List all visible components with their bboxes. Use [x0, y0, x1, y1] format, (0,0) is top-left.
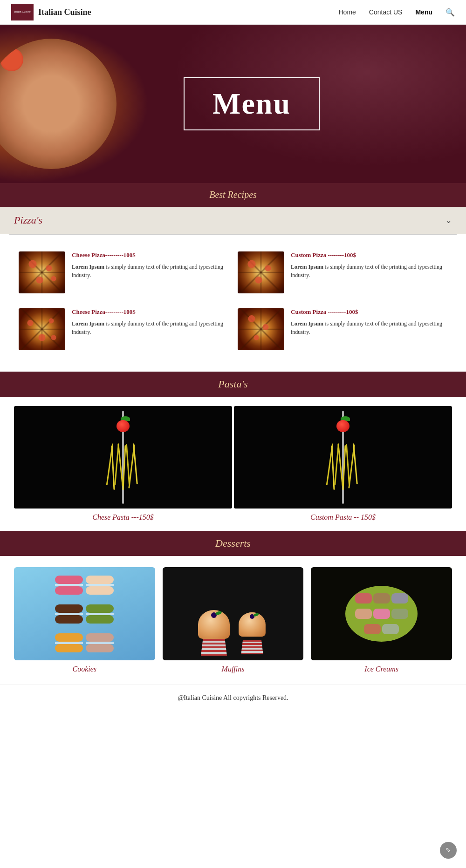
dessert-name-muffins: Muffins [222, 665, 245, 673]
nav-home[interactable]: Home [338, 8, 356, 16]
cookies-image [14, 567, 155, 660]
pizzas-title: Pizza's [14, 214, 42, 226]
pizza-image-2 [238, 251, 284, 293]
pasta-image-1 [14, 406, 232, 509]
list-item: Muffins [163, 567, 304, 673]
list-item: Cookies [14, 567, 155, 673]
leaf-icon [253, 612, 259, 617]
pizza-info-2: Custom Pizza --------100$ Lorem Ipsum is… [291, 251, 447, 293]
pastas-title: Pasta's [218, 378, 247, 390]
list-item: Custom Pizza --------100$ Lorem Ipsum is… [233, 244, 452, 301]
hero-section: Menu [0, 25, 466, 183]
page-title: Menu [212, 87, 291, 121]
tomato-icon [336, 420, 350, 432]
pizza-name-3: Cheese Pizza---------100$ [72, 308, 228, 316]
tomato-icon [116, 420, 130, 432]
best-recipes-label: Best Recipes [0, 183, 466, 207]
pizza-desc-4: Lorem Ipsum is simply dummy text of the … [291, 319, 447, 336]
pasta-visual-2 [234, 406, 452, 509]
pizza-desc-3: Lorem Ipsum is simply dummy text of the … [72, 319, 228, 336]
brand: Italian Cuisine Italian Cuisine [11, 4, 91, 20]
list-item: Chese Pasta ---150$ [14, 406, 232, 522]
icecreams-image [311, 567, 452, 660]
bowl-icon [345, 586, 418, 642]
list-item: Cheese Pizza---------100$ Lorem Ipsum is… [14, 301, 233, 358]
footer-text: @Italian Cuisine All copyrights Reserved… [178, 694, 288, 701]
nav-menu[interactable]: Menu [415, 8, 432, 16]
pastas-grid: Chese Pasta ---150$ Custom Pa [0, 397, 466, 531]
pizzas-grid: Cheese Pizza---------100$ Lorem Ipsum is… [0, 235, 466, 372]
list-item: Custom Pasta -- 150$ [234, 406, 452, 522]
nav-contact[interactable]: Contact US [369, 8, 403, 16]
pizzas-section-header[interactable]: Pizza's ⌄ [0, 207, 466, 234]
chevron-down-icon[interactable]: ⌄ [445, 215, 452, 225]
footer: @Italian Cuisine All copyrights Reserved… [0, 685, 466, 711]
pasta-name-1: Chese Pasta ---150$ [92, 513, 154, 522]
icecreams-visual [311, 567, 452, 660]
pizza-image-1 [19, 251, 65, 293]
pizza-desc-2: Lorem Ipsum is simply dummy text of the … [291, 263, 447, 279]
pizza-desc-1: Lorem Ipsum is simply dummy text of the … [72, 263, 228, 279]
desserts-section-header: Desserts [0, 531, 466, 556]
desserts-title: Desserts [215, 537, 251, 549]
pasta-visual-1 [14, 406, 232, 509]
cookies-visual [14, 567, 155, 660]
list-item: Ice Creams [311, 567, 452, 673]
noodle-bunch [107, 443, 139, 495]
search-icon[interactable]: 🔍 [445, 8, 455, 16]
pizza-info-3: Cheese Pizza---------100$ Lorem Ipsum is… [72, 308, 228, 350]
pizza-image-3 [19, 308, 65, 350]
dessert-name-icecreams: Ice Creams [364, 665, 398, 673]
pastas-section-header: Pasta's [0, 372, 466, 397]
brand-name: Italian Cuisine [38, 7, 91, 17]
dessert-name-cookies: Cookies [73, 665, 97, 673]
pizza-image-4 [238, 308, 284, 350]
leaf-icon [215, 610, 223, 616]
list-item: Cheese Pizza---------100$ Lorem Ipsum is… [14, 244, 233, 301]
noodle-bunch [327, 443, 359, 495]
pizza-name-1: Cheese Pizza---------100$ [72, 251, 228, 259]
pizza-info-4: Custom Pizza ---------100$ Lorem Ipsum i… [291, 308, 447, 350]
pasta-name-2: Custom Pasta -- 150$ [310, 513, 376, 522]
nav-links: Home Contact US Menu 🔍 [338, 8, 455, 17]
pizza-info-1: Cheese Pizza---------100$ Lorem Ipsum is… [72, 251, 228, 293]
pasta-image-2 [234, 406, 452, 509]
navbar: Italian Cuisine Italian Cuisine Home Con… [0, 0, 466, 25]
muffins-image [163, 567, 304, 660]
desserts-grid: Cookies [0, 556, 466, 685]
pizza-name-2: Custom Pizza --------100$ [291, 251, 447, 259]
list-item: Custom Pizza ---------100$ Lorem Ipsum i… [233, 301, 452, 358]
brand-logo: Italian Cuisine [11, 4, 34, 20]
pizza-name-4: Custom Pizza ---------100$ [291, 308, 447, 316]
muffins-visual [163, 567, 304, 660]
hero-title-box: Menu [184, 77, 320, 130]
